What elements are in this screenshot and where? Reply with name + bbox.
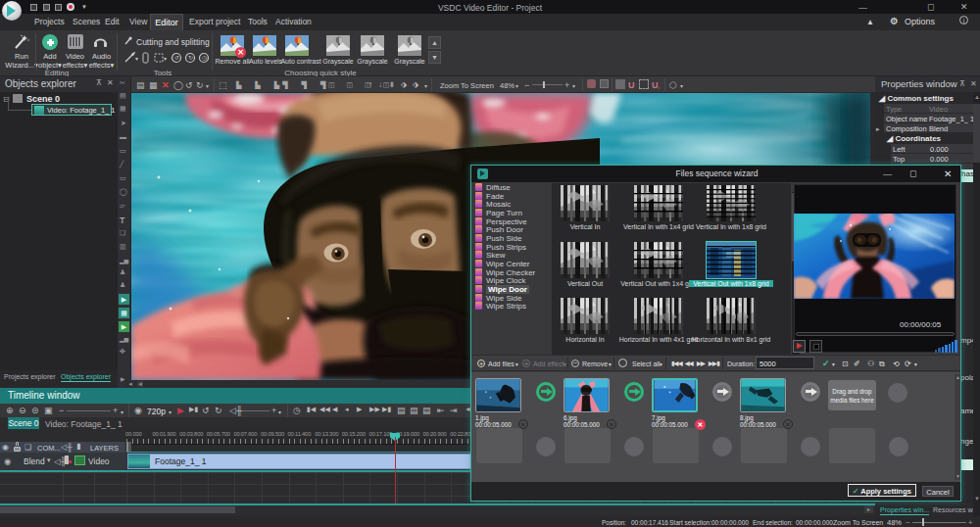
svg-text:◷: ◷ — [202, 55, 207, 61]
svg-text:↺: ↺ — [174, 55, 179, 61]
svg-text:▾: ▾ — [135, 56, 138, 62]
svg-text:▾: ▾ — [164, 56, 167, 62]
svg-text:↻: ↻ — [188, 55, 193, 61]
